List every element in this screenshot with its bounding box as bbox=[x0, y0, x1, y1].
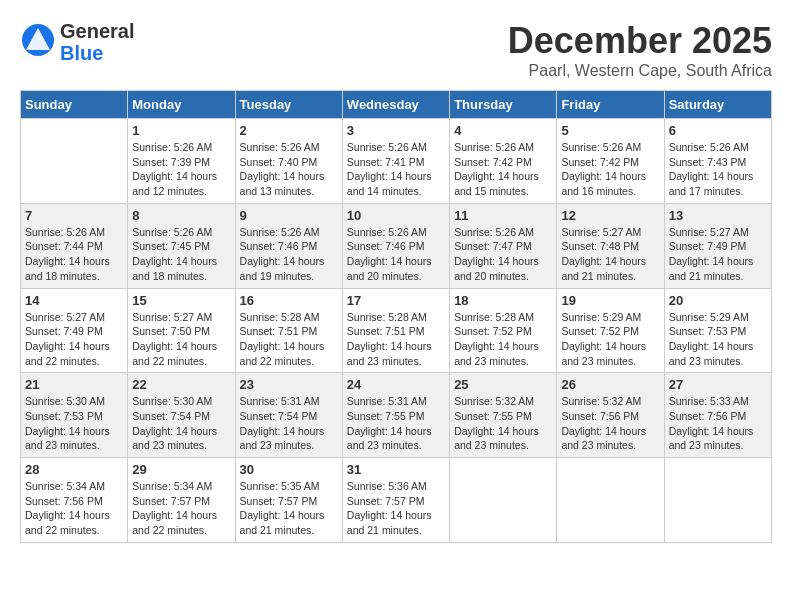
day-number: 25 bbox=[454, 377, 552, 392]
day-info: Sunrise: 5:36 AMSunset: 7:57 PMDaylight:… bbox=[347, 479, 445, 538]
calendar-header-monday: Monday bbox=[128, 91, 235, 119]
day-info: Sunrise: 5:26 AMSunset: 7:46 PMDaylight:… bbox=[347, 225, 445, 284]
day-number: 16 bbox=[240, 293, 338, 308]
calendar-cell: 19Sunrise: 5:29 AMSunset: 7:52 PMDayligh… bbox=[557, 288, 664, 373]
day-number: 23 bbox=[240, 377, 338, 392]
day-number: 8 bbox=[132, 208, 230, 223]
calendar-cell: 23Sunrise: 5:31 AMSunset: 7:54 PMDayligh… bbox=[235, 373, 342, 458]
day-info: Sunrise: 5:26 AMSunset: 7:43 PMDaylight:… bbox=[669, 140, 767, 199]
logo-general: General bbox=[60, 20, 134, 42]
day-info: Sunrise: 5:26 AMSunset: 7:40 PMDaylight:… bbox=[240, 140, 338, 199]
day-info: Sunrise: 5:31 AMSunset: 7:55 PMDaylight:… bbox=[347, 394, 445, 453]
day-number: 17 bbox=[347, 293, 445, 308]
day-number: 5 bbox=[561, 123, 659, 138]
day-number: 27 bbox=[669, 377, 767, 392]
day-number: 14 bbox=[25, 293, 123, 308]
day-info: Sunrise: 5:31 AMSunset: 7:54 PMDaylight:… bbox=[240, 394, 338, 453]
calendar-cell: 6Sunrise: 5:26 AMSunset: 7:43 PMDaylight… bbox=[664, 119, 771, 204]
day-info: Sunrise: 5:27 AMSunset: 7:49 PMDaylight:… bbox=[669, 225, 767, 284]
calendar-cell: 29Sunrise: 5:34 AMSunset: 7:57 PMDayligh… bbox=[128, 458, 235, 543]
calendar-cell: 30Sunrise: 5:35 AMSunset: 7:57 PMDayligh… bbox=[235, 458, 342, 543]
day-info: Sunrise: 5:29 AMSunset: 7:52 PMDaylight:… bbox=[561, 310, 659, 369]
day-info: Sunrise: 5:30 AMSunset: 7:54 PMDaylight:… bbox=[132, 394, 230, 453]
calendar-cell: 12Sunrise: 5:27 AMSunset: 7:48 PMDayligh… bbox=[557, 203, 664, 288]
day-number: 28 bbox=[25, 462, 123, 477]
day-number: 18 bbox=[454, 293, 552, 308]
calendar-cell: 5Sunrise: 5:26 AMSunset: 7:42 PMDaylight… bbox=[557, 119, 664, 204]
day-number: 13 bbox=[669, 208, 767, 223]
day-info: Sunrise: 5:26 AMSunset: 7:44 PMDaylight:… bbox=[25, 225, 123, 284]
calendar-cell: 28Sunrise: 5:34 AMSunset: 7:56 PMDayligh… bbox=[21, 458, 128, 543]
calendar-cell: 21Sunrise: 5:30 AMSunset: 7:53 PMDayligh… bbox=[21, 373, 128, 458]
location-subtitle: Paarl, Western Cape, South Africa bbox=[508, 62, 772, 80]
calendar-cell: 1Sunrise: 5:26 AMSunset: 7:39 PMDaylight… bbox=[128, 119, 235, 204]
calendar-table: SundayMondayTuesdayWednesdayThursdayFrid… bbox=[20, 90, 772, 543]
calendar-cell: 20Sunrise: 5:29 AMSunset: 7:53 PMDayligh… bbox=[664, 288, 771, 373]
calendar-cell: 18Sunrise: 5:28 AMSunset: 7:52 PMDayligh… bbox=[450, 288, 557, 373]
day-info: Sunrise: 5:26 AMSunset: 7:45 PMDaylight:… bbox=[132, 225, 230, 284]
calendar-cell: 16Sunrise: 5:28 AMSunset: 7:51 PMDayligh… bbox=[235, 288, 342, 373]
day-number: 31 bbox=[347, 462, 445, 477]
calendar-header-friday: Friday bbox=[557, 91, 664, 119]
calendar-cell: 15Sunrise: 5:27 AMSunset: 7:50 PMDayligh… bbox=[128, 288, 235, 373]
calendar-cell: 11Sunrise: 5:26 AMSunset: 7:47 PMDayligh… bbox=[450, 203, 557, 288]
day-number: 2 bbox=[240, 123, 338, 138]
calendar-cell: 26Sunrise: 5:32 AMSunset: 7:56 PMDayligh… bbox=[557, 373, 664, 458]
calendar-cell: 8Sunrise: 5:26 AMSunset: 7:45 PMDaylight… bbox=[128, 203, 235, 288]
day-info: Sunrise: 5:29 AMSunset: 7:53 PMDaylight:… bbox=[669, 310, 767, 369]
day-info: Sunrise: 5:30 AMSunset: 7:53 PMDaylight:… bbox=[25, 394, 123, 453]
day-info: Sunrise: 5:26 AMSunset: 7:42 PMDaylight:… bbox=[454, 140, 552, 199]
calendar-header-sunday: Sunday bbox=[21, 91, 128, 119]
day-number: 19 bbox=[561, 293, 659, 308]
day-number: 10 bbox=[347, 208, 445, 223]
day-info: Sunrise: 5:32 AMSunset: 7:55 PMDaylight:… bbox=[454, 394, 552, 453]
day-number: 9 bbox=[240, 208, 338, 223]
day-info: Sunrise: 5:35 AMSunset: 7:57 PMDaylight:… bbox=[240, 479, 338, 538]
day-number: 1 bbox=[132, 123, 230, 138]
day-info: Sunrise: 5:28 AMSunset: 7:51 PMDaylight:… bbox=[347, 310, 445, 369]
day-number: 11 bbox=[454, 208, 552, 223]
day-number: 12 bbox=[561, 208, 659, 223]
calendar-cell: 10Sunrise: 5:26 AMSunset: 7:46 PMDayligh… bbox=[342, 203, 449, 288]
day-number: 3 bbox=[347, 123, 445, 138]
day-info: Sunrise: 5:27 AMSunset: 7:50 PMDaylight:… bbox=[132, 310, 230, 369]
day-number: 4 bbox=[454, 123, 552, 138]
day-info: Sunrise: 5:27 AMSunset: 7:49 PMDaylight:… bbox=[25, 310, 123, 369]
calendar-cell: 2Sunrise: 5:26 AMSunset: 7:40 PMDaylight… bbox=[235, 119, 342, 204]
calendar-cell: 25Sunrise: 5:32 AMSunset: 7:55 PMDayligh… bbox=[450, 373, 557, 458]
day-info: Sunrise: 5:26 AMSunset: 7:41 PMDaylight:… bbox=[347, 140, 445, 199]
day-number: 24 bbox=[347, 377, 445, 392]
day-info: Sunrise: 5:34 AMSunset: 7:56 PMDaylight:… bbox=[25, 479, 123, 538]
calendar-cell bbox=[21, 119, 128, 204]
day-info: Sunrise: 5:27 AMSunset: 7:48 PMDaylight:… bbox=[561, 225, 659, 284]
day-number: 15 bbox=[132, 293, 230, 308]
calendar-cell: 31Sunrise: 5:36 AMSunset: 7:57 PMDayligh… bbox=[342, 458, 449, 543]
day-number: 7 bbox=[25, 208, 123, 223]
calendar-header-saturday: Saturday bbox=[664, 91, 771, 119]
calendar-cell: 9Sunrise: 5:26 AMSunset: 7:46 PMDaylight… bbox=[235, 203, 342, 288]
day-info: Sunrise: 5:33 AMSunset: 7:56 PMDaylight:… bbox=[669, 394, 767, 453]
day-number: 29 bbox=[132, 462, 230, 477]
day-info: Sunrise: 5:26 AMSunset: 7:42 PMDaylight:… bbox=[561, 140, 659, 199]
calendar-cell bbox=[557, 458, 664, 543]
day-info: Sunrise: 5:34 AMSunset: 7:57 PMDaylight:… bbox=[132, 479, 230, 538]
calendar-cell: 24Sunrise: 5:31 AMSunset: 7:55 PMDayligh… bbox=[342, 373, 449, 458]
calendar-cell: 3Sunrise: 5:26 AMSunset: 7:41 PMDaylight… bbox=[342, 119, 449, 204]
calendar-cell: 14Sunrise: 5:27 AMSunset: 7:49 PMDayligh… bbox=[21, 288, 128, 373]
calendar-header-tuesday: Tuesday bbox=[235, 91, 342, 119]
calendar-cell: 7Sunrise: 5:26 AMSunset: 7:44 PMDaylight… bbox=[21, 203, 128, 288]
day-info: Sunrise: 5:32 AMSunset: 7:56 PMDaylight:… bbox=[561, 394, 659, 453]
calendar-header-thursday: Thursday bbox=[450, 91, 557, 119]
day-number: 22 bbox=[132, 377, 230, 392]
day-info: Sunrise: 5:28 AMSunset: 7:52 PMDaylight:… bbox=[454, 310, 552, 369]
day-number: 6 bbox=[669, 123, 767, 138]
day-number: 30 bbox=[240, 462, 338, 477]
calendar-cell bbox=[450, 458, 557, 543]
day-info: Sunrise: 5:26 AMSunset: 7:46 PMDaylight:… bbox=[240, 225, 338, 284]
month-title: December 2025 bbox=[508, 20, 772, 62]
day-number: 26 bbox=[561, 377, 659, 392]
general-blue-logo-icon bbox=[20, 22, 56, 58]
calendar-cell bbox=[664, 458, 771, 543]
day-number: 20 bbox=[669, 293, 767, 308]
calendar-cell: 17Sunrise: 5:28 AMSunset: 7:51 PMDayligh… bbox=[342, 288, 449, 373]
